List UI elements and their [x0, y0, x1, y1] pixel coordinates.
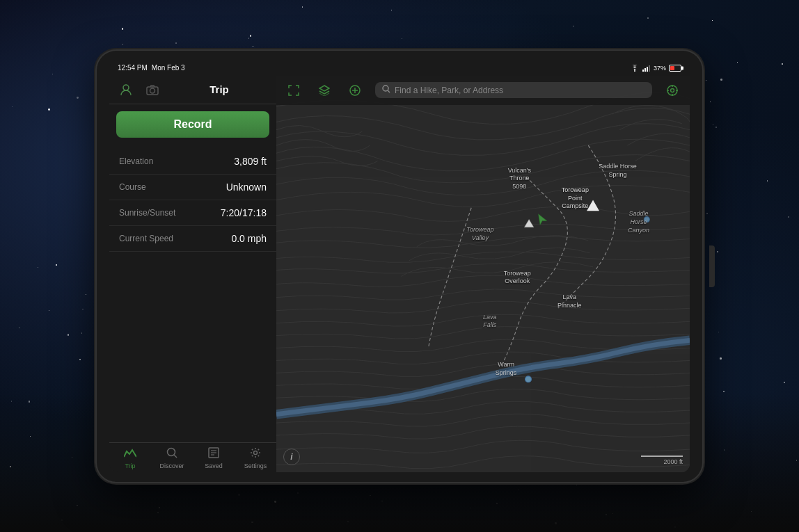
svg-point-7 [150, 88, 155, 93]
signal-icon [642, 65, 651, 72]
svg-rect-2 [644, 68, 646, 72]
stat-row-sunrise: Sunrise/Sunset 7:20/17:18 [109, 200, 276, 226]
saved-icon [208, 447, 219, 461]
speed-label: Current Speed [119, 234, 173, 243]
layers-button[interactable] [314, 80, 335, 101]
left-toolbar: Trip [109, 76, 276, 104]
sunrise-value: 7:20/17:18 [221, 207, 267, 218]
ipad-frame: 12:54 PM Mon Feb 3 37% [97, 51, 702, 482]
svg-rect-1 [642, 70, 644, 72]
scale-label: 2000 ft [663, 458, 683, 465]
svg-point-21 [671, 88, 674, 92]
svg-line-19 [388, 90, 390, 92]
svg-point-29 [525, 376, 532, 382]
status-time: 12:54 PM [118, 64, 148, 72]
stat-row-speed: Current Speed 0.0 mph [109, 226, 276, 252]
expand-button[interactable] [283, 80, 304, 101]
svg-point-18 [383, 86, 388, 91]
map-toolbar: Find a Hike, Park, or Address [276, 76, 690, 105]
topo-map-svg [276, 76, 690, 472]
add-button[interactable] [345, 80, 365, 101]
search-bar[interactable]: Find a Hike, Park, or Address [375, 82, 652, 98]
settings-icon [250, 447, 261, 461]
trip-nav-label: Trip [125, 462, 135, 469]
battery-icon [669, 65, 681, 72]
svg-point-14 [254, 451, 258, 454]
saved-nav-label: Saved [205, 462, 223, 469]
sidebar-title: Trip [169, 83, 269, 95]
record-button[interactable]: Record [116, 111, 269, 138]
svg-rect-26 [276, 76, 690, 472]
sunrise-label: Sunrise/Sunset [119, 208, 175, 218]
nav-item-saved[interactable]: Saved [193, 447, 235, 469]
stat-row-course: Course Unknown [109, 175, 276, 200]
scale-bar: 2000 ft [641, 456, 683, 465]
left-panel: Trip Record Elevation 3,809 ft Course Un… [109, 76, 276, 472]
search-placeholder: Find a Hike, Park, or Address [395, 86, 503, 95]
nav-item-discover[interactable]: Discover [151, 447, 193, 469]
svg-rect-3 [647, 67, 648, 72]
trip-icon [124, 447, 136, 461]
discover-icon [166, 447, 177, 461]
settings-nav-label: Settings [244, 462, 267, 469]
course-value: Unknown [226, 182, 267, 193]
svg-point-8 [168, 448, 175, 456]
nav-item-trip[interactable]: Trip [109, 447, 151, 469]
battery-percent: 37% [654, 65, 666, 72]
user-icon[interactable] [116, 80, 136, 99]
status-bar: 12:54 PM Mon Feb 3 37% [109, 61, 690, 76]
main-content: Trip Record Elevation 3,809 ft Course Un… [109, 76, 690, 472]
nav-item-settings[interactable]: Settings [235, 447, 276, 469]
bottom-nav: Trip Discover [109, 442, 276, 472]
map-info-button[interactable]: i [283, 449, 300, 465]
svg-point-0 [634, 70, 635, 72]
status-date: Mon Feb 3 [152, 64, 185, 72]
stats-section: Elevation 3,809 ft Course Unknown Sunris… [109, 145, 276, 442]
speed-value: 0.0 mph [231, 233, 267, 244]
svg-point-5 [123, 85, 129, 90]
svg-line-9 [174, 455, 177, 458]
map-area[interactable]: Find a Hike, Park, or Address [276, 76, 690, 472]
wifi-icon [630, 65, 640, 72]
camera-icon[interactable] [143, 80, 162, 99]
search-icon [382, 85, 390, 95]
course-label: Course [119, 182, 146, 192]
discover-nav-label: Discover [159, 462, 184, 469]
svg-point-30 [644, 216, 649, 222]
svg-point-20 [667, 86, 677, 95]
ipad-screen: 12:54 PM Mon Feb 3 37% [109, 61, 690, 472]
location-button[interactable] [662, 80, 683, 101]
elevation-label: Elevation [119, 156, 153, 166]
svg-rect-4 [649, 65, 650, 72]
stat-row-elevation: Elevation 3,809 ft [109, 149, 276, 175]
elevation-value: 3,809 ft [234, 156, 267, 167]
